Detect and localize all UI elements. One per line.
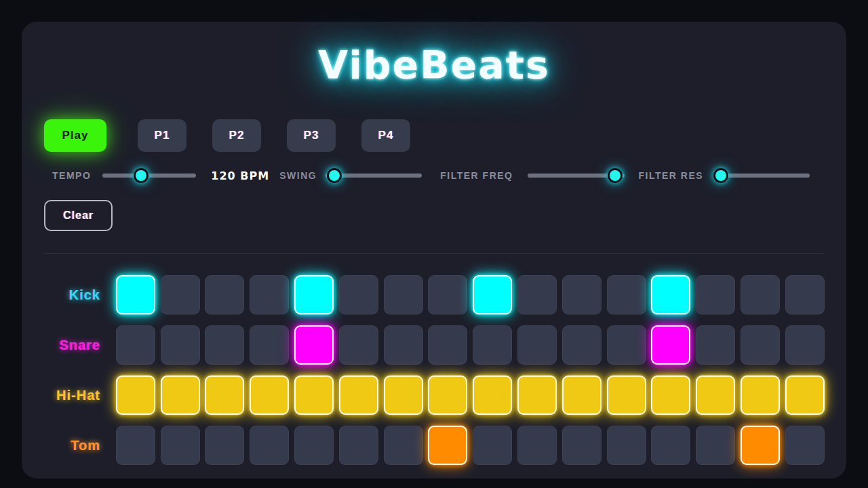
step-cell-snare-12[interactable]	[607, 325, 646, 365]
step-cell-snare-9[interactable]	[473, 325, 512, 365]
pattern-button-p1[interactable]: P1	[138, 119, 186, 152]
step-cell-hihat-16[interactable]	[785, 375, 825, 415]
controls-row: TEMPO 120 BPM SWING FILTER FREQ FILTER R…	[44, 167, 824, 184]
step-cell-snare-10[interactable]	[517, 325, 557, 365]
transport-bar: Play P1 P2 P3 P4	[44, 119, 824, 152]
tempo-label: TEMPO	[52, 170, 91, 181]
step-cell-tom-13[interactable]	[651, 426, 690, 465]
track-label-hihat: Hi-Hat	[44, 375, 111, 415]
step-cell-snare-8[interactable]	[428, 325, 467, 365]
step-cell-snare-1[interactable]	[116, 325, 155, 365]
pattern-button-p4[interactable]: P4	[361, 119, 410, 152]
step-cell-hihat-9[interactable]	[473, 375, 512, 415]
step-cell-hihat-11[interactable]	[562, 375, 601, 415]
swing-slider[interactable]	[326, 167, 422, 184]
step-cell-snare-6[interactable]	[339, 325, 378, 365]
filter-res-slider-thumb[interactable]	[713, 168, 728, 183]
step-cell-kick-4[interactable]	[250, 275, 289, 314]
step-cell-tom-9[interactable]	[473, 426, 512, 465]
swing-slider-thumb[interactable]	[327, 168, 342, 183]
step-cell-hihat-14[interactable]	[696, 375, 735, 415]
app-title: VibeBeats	[44, 39, 824, 91]
step-cell-tom-1[interactable]	[116, 426, 155, 465]
step-cell-tom-16[interactable]	[785, 426, 825, 465]
step-cell-hihat-2[interactable]	[161, 375, 200, 415]
step-cell-tom-6[interactable]	[339, 426, 378, 465]
play-button[interactable]: Play	[44, 119, 106, 152]
step-cell-tom-11[interactable]	[562, 426, 601, 465]
step-cell-kick-6[interactable]	[339, 275, 378, 314]
step-cell-kick-15[interactable]	[741, 275, 780, 314]
step-cell-hihat-4[interactable]	[250, 375, 289, 415]
step-cell-kick-8[interactable]	[428, 275, 467, 314]
step-cell-kick-11[interactable]	[562, 275, 601, 314]
step-cell-tom-12[interactable]	[607, 426, 646, 465]
step-cell-snare-13[interactable]	[651, 325, 690, 365]
filter-freq-label: FILTER FREQ	[440, 170, 513, 181]
step-cell-snare-11[interactable]	[562, 325, 601, 365]
filter-freq-slider[interactable]	[528, 167, 625, 184]
drum-machine-panel: VibeBeats Play P1 P2 P3 P4 TEMPO 120 BPM…	[22, 22, 846, 479]
step-cell-kick-14[interactable]	[696, 275, 735, 314]
step-cell-hihat-12[interactable]	[607, 375, 646, 415]
step-cell-kick-9[interactable]	[473, 275, 512, 314]
step-cell-hihat-1[interactable]	[116, 375, 155, 415]
section-divider	[44, 253, 824, 254]
step-cell-hihat-5[interactable]	[294, 375, 334, 415]
step-cell-tom-8[interactable]	[428, 426, 467, 465]
filter-freq-slider-thumb[interactable]	[608, 168, 623, 183]
step-cell-hihat-15[interactable]	[741, 375, 780, 415]
step-cell-snare-7[interactable]	[384, 325, 423, 365]
step-cell-snare-15[interactable]	[741, 325, 780, 365]
step-cell-snare-4[interactable]	[250, 325, 289, 365]
step-cell-kick-16[interactable]	[785, 275, 825, 314]
step-cell-tom-2[interactable]	[161, 426, 200, 465]
step-cell-snare-3[interactable]	[205, 325, 244, 365]
tempo-slider-track[interactable]	[102, 174, 196, 178]
step-cell-tom-10[interactable]	[517, 426, 557, 465]
clear-button[interactable]: Clear	[44, 200, 113, 231]
step-cell-tom-14[interactable]	[696, 426, 735, 465]
track-label-snare: Snare	[44, 325, 111, 365]
step-cell-tom-3[interactable]	[205, 426, 244, 465]
step-cell-hihat-6[interactable]	[339, 375, 378, 415]
bpm-readout: 120 BPM	[211, 169, 264, 182]
step-cell-tom-4[interactable]	[250, 426, 289, 465]
tempo-slider[interactable]	[102, 167, 196, 184]
pattern-button-p2[interactable]: P2	[212, 119, 261, 152]
step-cell-snare-14[interactable]	[696, 325, 735, 365]
swing-label: SWING	[279, 170, 317, 181]
track-label-tom: Tom	[44, 426, 111, 465]
track-label-kick: Kick	[44, 275, 111, 314]
step-cell-kick-1[interactable]	[116, 275, 155, 314]
step-cell-kick-2[interactable]	[161, 275, 200, 314]
step-cell-hihat-7[interactable]	[384, 375, 423, 415]
step-cell-kick-7[interactable]	[384, 275, 423, 314]
pattern-button-p3[interactable]: P3	[287, 119, 336, 152]
step-cell-snare-5[interactable]	[294, 325, 334, 365]
step-cell-tom-5[interactable]	[294, 426, 334, 465]
tempo-slider-thumb[interactable]	[134, 168, 149, 183]
step-cell-snare-2[interactable]	[161, 325, 200, 365]
step-cell-hihat-13[interactable]	[651, 375, 690, 415]
filter-res-label: FILTER RES	[638, 170, 703, 181]
step-cell-snare-16[interactable]	[785, 325, 825, 365]
step-cell-kick-12[interactable]	[607, 275, 646, 314]
step-cell-kick-5[interactable]	[294, 275, 334, 314]
step-cell-kick-3[interactable]	[205, 275, 244, 314]
clear-row: Clear	[44, 200, 824, 231]
sequencer-grid: KickSnareHi-HatTom	[44, 275, 824, 465]
step-cell-hihat-10[interactable]	[517, 375, 557, 415]
step-cell-tom-7[interactable]	[384, 426, 423, 465]
step-cell-kick-10[interactable]	[517, 275, 557, 314]
step-cell-tom-15[interactable]	[741, 426, 780, 465]
step-cell-kick-13[interactable]	[651, 275, 690, 314]
step-cell-hihat-3[interactable]	[205, 375, 244, 415]
filter-res-slider[interactable]	[713, 167, 810, 184]
step-cell-hihat-8[interactable]	[428, 375, 467, 415]
